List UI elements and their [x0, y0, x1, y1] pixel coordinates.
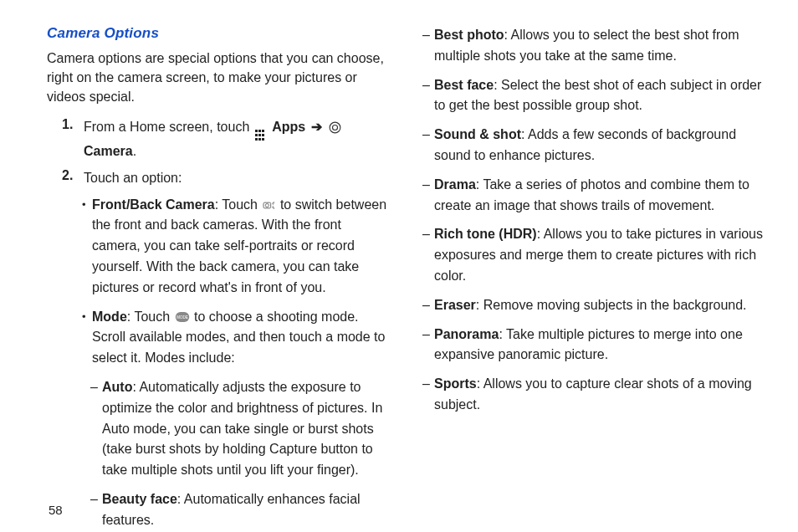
mode-auto: – Auto: Automatically adjusts the exposu…: [47, 377, 389, 481]
drama-label: Drama: [434, 177, 476, 192]
page-number: 58: [49, 503, 63, 517]
eraser-label: Eraser: [434, 298, 476, 312]
front-back-label: Front/Back Camera: [92, 197, 215, 212]
step-number: 1.: [62, 117, 84, 161]
apps-grid-icon: [255, 130, 267, 141]
section-heading: Camera Options: [47, 25, 389, 42]
bestphoto-label: Best photo: [434, 28, 504, 42]
mode-icon: MODE: [175, 309, 190, 320]
step-2-text: Touch an option:: [84, 168, 182, 188]
mode-bestphoto: – Best photo: Allows you to select the b…: [422, 25, 765, 67]
mode-sound: – Sound & shot: Adds a few seconds of ba…: [422, 125, 765, 166]
step-1: 1. From a Home screen, touch Apps ➔ Came…: [47, 117, 389, 161]
sound-label: Sound & shot: [434, 127, 521, 141]
mode-drama: – Drama: Take a series of photos and com…: [422, 175, 765, 217]
svg-point-0: [330, 122, 340, 133]
step-1-end: .: [133, 144, 136, 158]
mode-beauty: – Beauty face: Automatically enhances fa…: [47, 489, 389, 531]
front-back-pre: : Touch: [215, 197, 262, 212]
mode-eraser: – Eraser: Remove moving subjects in the …: [422, 295, 765, 316]
bestface-label: Best face: [434, 78, 494, 92]
sports-label: Sports: [434, 376, 477, 391]
svg-point-3: [266, 203, 269, 207]
switch-camera-icon: [262, 196, 275, 206]
camera-label: Camera: [84, 144, 133, 158]
mode-label: Mode: [92, 309, 127, 324]
apps-label: Apps: [272, 120, 305, 134]
arrow-icon: ➔: [311, 120, 322, 134]
svg-point-1: [333, 125, 338, 130]
intro-paragraph: Camera options are special options that …: [47, 49, 389, 107]
eraser-text: : Remove moving subjects in the backgrou…: [476, 298, 747, 312]
bullet-mode: • Mode: Touch MODE to choose a shooting …: [47, 307, 389, 369]
svg-text:MODE: MODE: [176, 315, 188, 320]
beauty-label: Beauty face: [102, 492, 177, 506]
camera-icon: [329, 120, 341, 132]
bullet-front-back: • Front/Back Camera: Touch to switch bet…: [47, 195, 389, 299]
step-1-text-pre: From a Home screen, touch: [84, 120, 253, 134]
auto-label: Auto: [102, 380, 132, 394]
mode-panorama: – Panorama: Take multiple pictures to me…: [422, 325, 765, 366]
mode-rich: – Rich tone (HDR): Allows you to take pi…: [422, 224, 765, 286]
panorama-label: Panorama: [434, 327, 499, 341]
mode-pre: : Touch: [127, 309, 174, 324]
sports-text: : Allows you to capture clear shots of a…: [434, 376, 752, 412]
auto-text: : Automatically adjusts the exposure to …: [102, 380, 382, 477]
mode-bestface: – Best face: Select the best shot of eac…: [422, 75, 765, 117]
mode-sports: – Sports: Allows you to capture clear sh…: [422, 374, 765, 416]
step-number: 2.: [62, 168, 84, 188]
drama-text: : Take a series of photos and combine th…: [434, 177, 749, 212]
step-2: 2. Touch an option:: [47, 168, 389, 188]
rich-label: Rich tone (HDR): [434, 227, 537, 241]
